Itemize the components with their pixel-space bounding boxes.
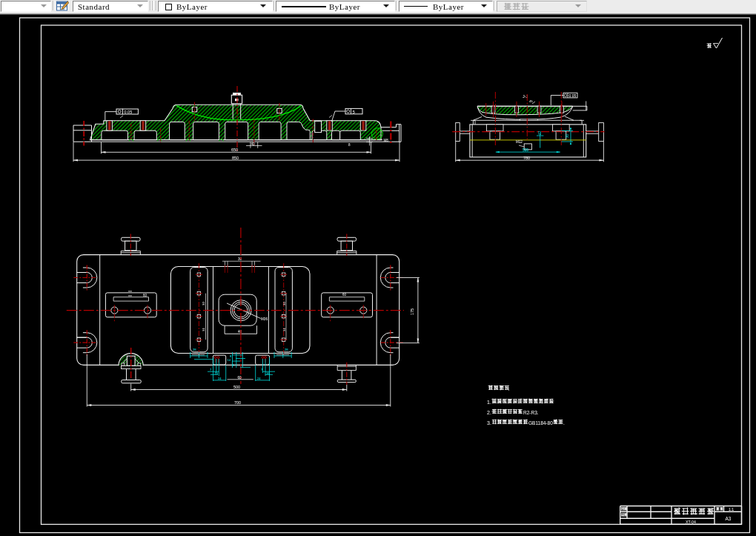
svg-text:M36: M36 xyxy=(261,317,268,321)
svg-text:31: 31 xyxy=(202,328,205,331)
svg-text:3.: 3. xyxy=(487,420,491,426)
svg-text:14: 14 xyxy=(228,358,231,362)
svg-text:0.05: 0.05 xyxy=(569,93,577,98)
svg-text:30: 30 xyxy=(282,302,286,305)
svg-text:GB1184-80: GB1184-80 xyxy=(528,420,553,426)
svg-text:M12: M12 xyxy=(516,140,523,144)
svg-text:30: 30 xyxy=(566,133,569,138)
svg-text:24: 24 xyxy=(218,377,222,380)
svg-text:24: 24 xyxy=(257,377,261,380)
svg-text:30: 30 xyxy=(238,257,242,261)
svg-text:700: 700 xyxy=(234,400,241,405)
svg-text:45: 45 xyxy=(529,99,533,103)
svg-text:8: 8 xyxy=(348,143,351,147)
svg-text:A3: A3 xyxy=(726,516,732,521)
svg-text:R2-R3.: R2-R3. xyxy=(523,410,539,415)
svg-text:2.: 2. xyxy=(487,410,491,415)
svg-text:1.: 1. xyxy=(487,400,491,405)
svg-text:28: 28 xyxy=(285,348,288,351)
svg-text:60: 60 xyxy=(342,293,347,297)
svg-text:.: . xyxy=(563,420,565,426)
svg-text:0.05: 0.05 xyxy=(125,110,133,114)
svg-text:850: 850 xyxy=(232,156,239,160)
svg-text:60: 60 xyxy=(238,376,242,380)
svg-text:650: 650 xyxy=(231,148,238,152)
svg-text:XT-04: XT-04 xyxy=(686,520,696,524)
svg-text:500: 500 xyxy=(233,385,240,389)
svg-text:60: 60 xyxy=(143,294,147,297)
svg-text:1:1: 1:1 xyxy=(729,507,734,512)
svg-text:28: 28 xyxy=(193,348,196,351)
svg-text:40: 40 xyxy=(238,330,242,334)
svg-text:40: 40 xyxy=(251,142,256,146)
svg-text:M8: M8 xyxy=(384,139,389,142)
svg-text:30: 30 xyxy=(202,302,205,305)
svg-text:12: 12 xyxy=(538,130,542,135)
svg-text::: : xyxy=(508,386,510,391)
svg-text:16: 16 xyxy=(215,371,219,375)
svg-text:780: 780 xyxy=(523,156,530,160)
svg-text:31: 31 xyxy=(282,328,286,331)
svg-text:16: 16 xyxy=(266,371,270,375)
svg-text:175: 175 xyxy=(410,308,414,315)
svg-text:520: 520 xyxy=(523,148,528,152)
